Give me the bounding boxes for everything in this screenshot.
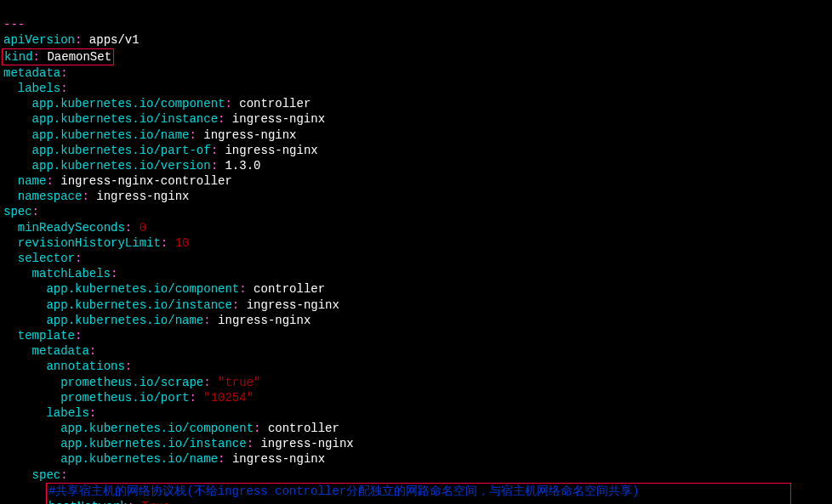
key-sel-name: app.kubernetes.io/name: [46, 314, 203, 327]
val-kind: DaemonSet: [47, 50, 111, 64]
val-name: ingress-nginx: [203, 128, 296, 142]
val-tl-name: ingress-nginx: [232, 452, 325, 466]
key-hostnet: hostNetwork: [48, 500, 127, 504]
key-scrape: prometheus.io/scrape: [60, 376, 203, 389]
val-port: "10254": [203, 391, 254, 405]
val-apiVersion: apps/v1: [89, 33, 140, 47]
key-selector: selector: [18, 252, 75, 265]
key-tl-instance: app.kubernetes.io/instance: [60, 437, 246, 450]
key-name: app.kubernetes.io/name: [32, 128, 190, 142]
val-revhist: 10: [175, 236, 190, 250]
val-mname: ingress-nginx-controller: [60, 174, 232, 188]
val-sel-component: controller: [254, 282, 325, 296]
key-partof: app.kubernetes.io/part-of: [32, 144, 211, 157]
comment-line: #共享宿主机的网络协议栈(不给ingress controller分配独立的网路…: [48, 484, 639, 498]
doc-separator: ---: [3, 18, 25, 31]
key-tl-component: app.kubernetes.io/component: [60, 422, 254, 435]
val-hostnet: True: [141, 500, 170, 504]
key-kind: kind: [4, 50, 33, 64]
val-component: controller: [239, 97, 311, 110]
highlight-hostnetwork: #共享宿主机的网络协议栈(不给ingress controller分配独立的网路…: [46, 483, 791, 504]
key-mname: name: [18, 174, 47, 188]
val-sel-name: ingress-nginx: [218, 314, 311, 327]
key-tl-name: app.kubernetes.io/name: [60, 452, 218, 466]
key-revhist: revisionHistoryLimit: [18, 236, 161, 250]
key-spec: spec: [3, 205, 32, 218]
val-sel-instance: ingress-nginx: [247, 298, 339, 312]
key-minready: minReadySeconds: [18, 221, 125, 235]
val-tl-instance: ingress-nginx: [260, 437, 353, 450]
val-tl-component: controller: [268, 422, 339, 435]
key-instance: app.kubernetes.io/instance: [32, 112, 218, 126]
key-tlabels: labels: [46, 406, 88, 420]
key-tspec: spec: [32, 468, 61, 482]
key-tmeta: metadata: [32, 344, 89, 358]
key-matchlabels: matchLabels: [32, 267, 111, 280]
key-annot: annotations: [46, 360, 124, 373]
key-sel-component: app.kubernetes.io/component: [46, 282, 239, 296]
key-namespace: namespace: [18, 190, 83, 203]
key-version: app.kubernetes.io/version: [32, 159, 211, 173]
val-instance: ingress-nginx: [232, 112, 325, 126]
val-minready: 0: [140, 221, 146, 235]
yaml-editor: --- apiVersion: apps/v1 kind: DaemonSet …: [0, 0, 832, 504]
highlight-kind: kind: DaemonSet: [2, 48, 114, 65]
key-apiVersion: apiVersion: [3, 33, 75, 47]
key-sel-instance: app.kubernetes.io/instance: [46, 298, 231, 312]
val-version: 1.3.0: [225, 159, 260, 173]
key-metadata: metadata: [3, 66, 60, 80]
key-port: prometheus.io/port: [60, 391, 189, 405]
val-partof: ingress-nginx: [225, 144, 317, 157]
val-scrape: "true": [218, 376, 260, 389]
key-template: template: [18, 329, 75, 343]
key-labels: labels: [18, 82, 60, 95]
val-namespace: ingress-nginx: [96, 190, 189, 203]
key-component: app.kubernetes.io/component: [32, 97, 225, 110]
